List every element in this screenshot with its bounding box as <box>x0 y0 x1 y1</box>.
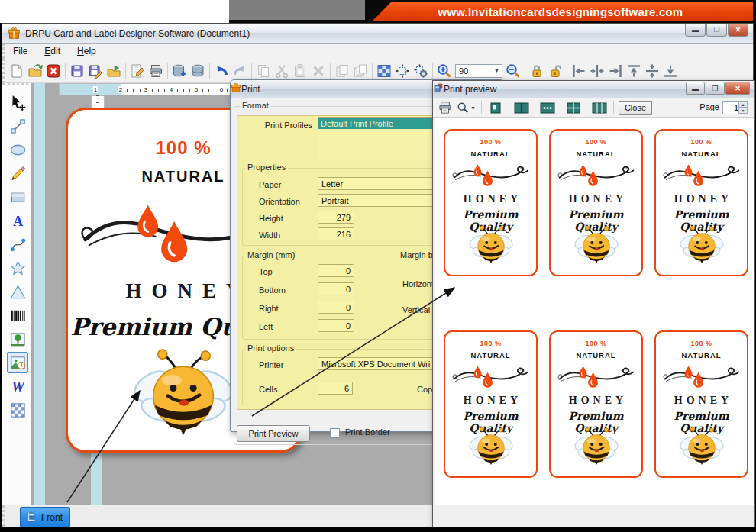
page-number-spinner[interactable]: 1 ▲ ▼ <box>722 101 748 114</box>
bee-graphic <box>656 225 747 264</box>
align-left-button[interactable] <box>570 61 588 81</box>
print-border-checkbox[interactable] <box>330 428 340 438</box>
close-document-button[interactable] <box>44 61 63 81</box>
label-natural-text: NATURAL <box>656 150 747 158</box>
website-banner-ribbon[interactable]: www.Invitationcardsdesigningsoftware.com <box>368 2 753 21</box>
menu-file[interactable]: File <box>5 44 36 58</box>
layout-two-pages-button[interactable] <box>511 100 532 115</box>
preview-maximize-button[interactable]: ❐ <box>706 82 725 95</box>
toolbar-separator <box>209 63 210 79</box>
print-preview-button[interactable]: Print Preview <box>237 425 310 442</box>
layout-six-pages-button[interactable] <box>589 100 610 115</box>
tool-image-time-button[interactable] <box>7 352 28 373</box>
margin-right-input[interactable]: 0 <box>318 301 354 314</box>
edit-design-button[interactable] <box>128 61 147 81</box>
spinner-down-icon[interactable]: ▼ <box>738 108 748 114</box>
margin-right-label: Right <box>259 304 279 313</box>
tool-ellipse-button[interactable] <box>7 139 28 160</box>
pencil-icon <box>9 165 27 182</box>
print-border-label: Print Border <box>345 427 390 437</box>
new-document-button[interactable] <box>8 61 26 81</box>
website-url[interactable]: www.Invitationcardsdesigningsoftware.com <box>438 5 683 18</box>
tool-select-move-button[interactable] <box>7 92 28 113</box>
save-as-button[interactable] <box>86 61 105 81</box>
center-object-button[interactable] <box>393 61 412 81</box>
align-center-button[interactable] <box>588 61 606 81</box>
preview-print-button[interactable] <box>436 100 454 115</box>
align-right-button[interactable] <box>606 61 625 81</box>
tool-pencil-button[interactable] <box>7 163 28 184</box>
lock-button[interactable] <box>528 61 546 81</box>
preview-minimize-button[interactable]: ▬ <box>686 82 705 95</box>
undo-button[interactable] <box>212 61 231 81</box>
height-input[interactable]: 279 <box>318 211 354 224</box>
duplicate-button[interactable] <box>333 61 351 81</box>
align-middle-button[interactable] <box>643 61 661 81</box>
menu-help[interactable]: Help <box>69 44 105 58</box>
preview-zoom-button[interactable]: ▼ <box>454 100 478 115</box>
save-button[interactable] <box>68 61 86 81</box>
tool-wordart-button[interactable]: W <box>7 376 28 397</box>
toolbar-separator <box>330 63 331 79</box>
margin-bottom-input[interactable]: 0 <box>318 282 354 295</box>
zoom-out-icon <box>506 63 521 79</box>
top-strip: www.Invitationcardsdesigningsoftware.com <box>0 0 756 23</box>
tool-barcode-button[interactable] <box>7 305 28 326</box>
tool-text-button[interactable]: A <box>7 210 28 231</box>
align-top-button[interactable] <box>625 61 643 81</box>
layout-four-pages-button[interactable] <box>563 100 584 115</box>
bezier-icon <box>9 236 27 253</box>
layout-one-page-button[interactable] <box>485 100 506 115</box>
grid-button[interactable] <box>375 61 393 81</box>
preview-close-button[interactable]: ✕ <box>725 82 750 95</box>
unlock-button[interactable] <box>546 61 564 81</box>
cut-button[interactable] <box>273 61 291 81</box>
redo-button[interactable] <box>231 61 249 81</box>
save-as-icon <box>88 63 103 79</box>
tool-star-button[interactable] <box>7 257 28 279</box>
open-file-button[interactable] <box>26 61 44 81</box>
paste-button[interactable] <box>291 61 309 81</box>
app-icon <box>8 27 21 40</box>
toolbar-separator <box>567 63 567 79</box>
spinner-up-icon[interactable]: ▲ <box>738 102 748 108</box>
preview-titlebar[interactable]: Print preview ▬ ❐ ✕ <box>433 81 754 98</box>
properties-group-label: Properties <box>245 163 288 172</box>
close-button[interactable]: ✕ <box>728 24 748 37</box>
layout-three-pages-button[interactable] <box>537 100 558 115</box>
align-bottom-button[interactable] <box>661 61 680 81</box>
tab-front[interactable]: Front <box>20 507 70 527</box>
preview-window-icon <box>433 82 444 96</box>
cells-input[interactable]: 6 <box>318 382 353 395</box>
preview-close-toolbar-button[interactable]: Close <box>619 101 652 115</box>
tab-front-label[interactable]: Front <box>41 512 63 523</box>
tool-triangle-button[interactable] <box>7 281 28 302</box>
zoom-in-button[interactable] <box>435 61 454 81</box>
tool-bezier-button[interactable] <box>7 234 28 255</box>
minimize-button[interactable]: ▬ <box>685 24 706 37</box>
zoom-in-icon <box>437 63 452 79</box>
delete-button[interactable] <box>309 61 328 81</box>
margin-top-input[interactable]: 0 <box>318 264 354 277</box>
import-folder-button[interactable] <box>105 61 123 81</box>
margin-left-input[interactable]: 0 <box>318 319 354 332</box>
center-settings-button[interactable] <box>412 61 430 81</box>
menu-edit[interactable]: Edit <box>36 44 69 58</box>
database-button[interactable] <box>189 61 207 81</box>
tool-image-button[interactable] <box>7 328 28 350</box>
app-titlebar[interactable]: DRPU Card and Label Designer Software (D… <box>2 24 753 44</box>
database-add-button[interactable] <box>170 61 189 81</box>
website-banner[interactable]: www.Invitationcardsdesigningsoftware.com <box>365 0 756 23</box>
delete-icon <box>311 63 326 79</box>
zoom-out-button[interactable] <box>504 61 522 81</box>
copy-button[interactable] <box>254 61 273 81</box>
maximize-button[interactable]: ❐ <box>706 24 727 37</box>
zoom-level-combo[interactable]: 90▼ <box>455 64 502 78</box>
copy-icon <box>256 63 271 79</box>
tool-rectangle-button[interactable] <box>7 186 28 208</box>
clone-button[interactable] <box>351 61 370 81</box>
print-button[interactable] <box>147 61 165 81</box>
tool-polyline-button[interactable] <box>7 115 28 137</box>
width-input[interactable]: 216 <box>318 227 354 240</box>
tool-pattern-button[interactable] <box>7 399 28 421</box>
